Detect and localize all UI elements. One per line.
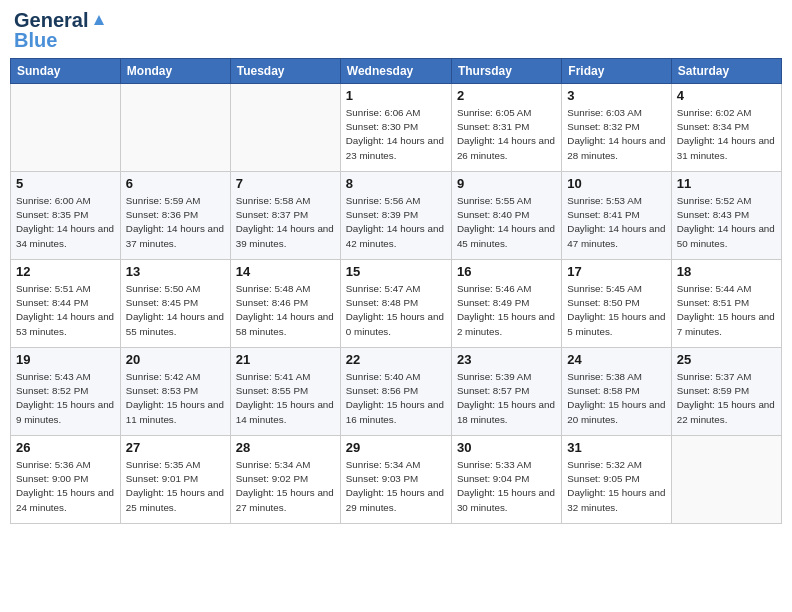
- day-number: 3: [567, 88, 665, 103]
- weekday-header-friday: Friday: [562, 59, 671, 84]
- svg-marker-0: [94, 15, 104, 25]
- weekday-header-thursday: Thursday: [451, 59, 561, 84]
- day-number: 27: [126, 440, 225, 455]
- day-info: Sunrise: 5:35 AMSunset: 9:01 PMDaylight:…: [126, 458, 225, 515]
- calendar-day-cell: 17Sunrise: 5:45 AMSunset: 8:50 PMDayligh…: [562, 260, 671, 348]
- calendar-week-row: 1Sunrise: 6:06 AMSunset: 8:30 PMDaylight…: [11, 84, 782, 172]
- logo-text-general: General: [14, 10, 88, 30]
- page-header: General Blue: [10, 10, 782, 50]
- weekday-header-monday: Monday: [120, 59, 230, 84]
- calendar-day-cell: 23Sunrise: 5:39 AMSunset: 8:57 PMDayligh…: [451, 348, 561, 436]
- day-info: Sunrise: 5:40 AMSunset: 8:56 PMDaylight:…: [346, 370, 446, 427]
- logo-icon: [90, 11, 108, 29]
- day-number: 15: [346, 264, 446, 279]
- calendar-day-cell: [671, 436, 781, 524]
- day-number: 28: [236, 440, 335, 455]
- calendar-day-cell: 3Sunrise: 6:03 AMSunset: 8:32 PMDaylight…: [562, 84, 671, 172]
- day-number: 5: [16, 176, 115, 191]
- calendar-day-cell: 9Sunrise: 5:55 AMSunset: 8:40 PMDaylight…: [451, 172, 561, 260]
- day-info: Sunrise: 6:02 AMSunset: 8:34 PMDaylight:…: [677, 106, 776, 163]
- logo-text-blue: Blue: [14, 30, 57, 50]
- day-info: Sunrise: 5:33 AMSunset: 9:04 PMDaylight:…: [457, 458, 556, 515]
- day-info: Sunrise: 5:59 AMSunset: 8:36 PMDaylight:…: [126, 194, 225, 251]
- calendar-day-cell: 21Sunrise: 5:41 AMSunset: 8:55 PMDayligh…: [230, 348, 340, 436]
- day-number: 11: [677, 176, 776, 191]
- day-number: 24: [567, 352, 665, 367]
- day-info: Sunrise: 5:52 AMSunset: 8:43 PMDaylight:…: [677, 194, 776, 251]
- calendar-day-cell: 4Sunrise: 6:02 AMSunset: 8:34 PMDaylight…: [671, 84, 781, 172]
- day-info: Sunrise: 5:42 AMSunset: 8:53 PMDaylight:…: [126, 370, 225, 427]
- calendar-week-row: 19Sunrise: 5:43 AMSunset: 8:52 PMDayligh…: [11, 348, 782, 436]
- day-number: 23: [457, 352, 556, 367]
- calendar-day-cell: 5Sunrise: 6:00 AMSunset: 8:35 PMDaylight…: [11, 172, 121, 260]
- day-number: 9: [457, 176, 556, 191]
- day-number: 29: [346, 440, 446, 455]
- day-number: 16: [457, 264, 556, 279]
- day-number: 8: [346, 176, 446, 191]
- calendar-week-row: 5Sunrise: 6:00 AMSunset: 8:35 PMDaylight…: [11, 172, 782, 260]
- calendar-day-cell: 28Sunrise: 5:34 AMSunset: 9:02 PMDayligh…: [230, 436, 340, 524]
- day-number: 17: [567, 264, 665, 279]
- day-number: 1: [346, 88, 446, 103]
- day-info: Sunrise: 5:38 AMSunset: 8:58 PMDaylight:…: [567, 370, 665, 427]
- weekday-header-tuesday: Tuesday: [230, 59, 340, 84]
- calendar-day-cell: 20Sunrise: 5:42 AMSunset: 8:53 PMDayligh…: [120, 348, 230, 436]
- calendar-day-cell: 19Sunrise: 5:43 AMSunset: 8:52 PMDayligh…: [11, 348, 121, 436]
- day-info: Sunrise: 5:34 AMSunset: 9:03 PMDaylight:…: [346, 458, 446, 515]
- day-info: Sunrise: 5:58 AMSunset: 8:37 PMDaylight:…: [236, 194, 335, 251]
- calendar-day-cell: 24Sunrise: 5:38 AMSunset: 8:58 PMDayligh…: [562, 348, 671, 436]
- weekday-header-sunday: Sunday: [11, 59, 121, 84]
- calendar-day-cell: 13Sunrise: 5:50 AMSunset: 8:45 PMDayligh…: [120, 260, 230, 348]
- day-number: 20: [126, 352, 225, 367]
- day-info: Sunrise: 5:51 AMSunset: 8:44 PMDaylight:…: [16, 282, 115, 339]
- calendar-day-cell: 2Sunrise: 6:05 AMSunset: 8:31 PMDaylight…: [451, 84, 561, 172]
- day-number: 22: [346, 352, 446, 367]
- day-info: Sunrise: 5:32 AMSunset: 9:05 PMDaylight:…: [567, 458, 665, 515]
- calendar-day-cell: 27Sunrise: 5:35 AMSunset: 9:01 PMDayligh…: [120, 436, 230, 524]
- calendar-day-cell: 30Sunrise: 5:33 AMSunset: 9:04 PMDayligh…: [451, 436, 561, 524]
- day-info: Sunrise: 6:06 AMSunset: 8:30 PMDaylight:…: [346, 106, 446, 163]
- day-info: Sunrise: 5:36 AMSunset: 9:00 PMDaylight:…: [16, 458, 115, 515]
- calendar-day-cell: 8Sunrise: 5:56 AMSunset: 8:39 PMDaylight…: [340, 172, 451, 260]
- calendar-day-cell: 12Sunrise: 5:51 AMSunset: 8:44 PMDayligh…: [11, 260, 121, 348]
- calendar-week-row: 12Sunrise: 5:51 AMSunset: 8:44 PMDayligh…: [11, 260, 782, 348]
- day-info: Sunrise: 5:55 AMSunset: 8:40 PMDaylight:…: [457, 194, 556, 251]
- calendar-day-cell: 6Sunrise: 5:59 AMSunset: 8:36 PMDaylight…: [120, 172, 230, 260]
- day-info: Sunrise: 5:56 AMSunset: 8:39 PMDaylight:…: [346, 194, 446, 251]
- day-info: Sunrise: 5:45 AMSunset: 8:50 PMDaylight:…: [567, 282, 665, 339]
- day-number: 21: [236, 352, 335, 367]
- day-number: 7: [236, 176, 335, 191]
- calendar-day-cell: [11, 84, 121, 172]
- day-info: Sunrise: 6:00 AMSunset: 8:35 PMDaylight:…: [16, 194, 115, 251]
- calendar-week-row: 26Sunrise: 5:36 AMSunset: 9:00 PMDayligh…: [11, 436, 782, 524]
- day-info: Sunrise: 5:41 AMSunset: 8:55 PMDaylight:…: [236, 370, 335, 427]
- day-info: Sunrise: 5:46 AMSunset: 8:49 PMDaylight:…: [457, 282, 556, 339]
- calendar-day-cell: 18Sunrise: 5:44 AMSunset: 8:51 PMDayligh…: [671, 260, 781, 348]
- calendar-day-cell: 26Sunrise: 5:36 AMSunset: 9:00 PMDayligh…: [11, 436, 121, 524]
- calendar-day-cell: 1Sunrise: 6:06 AMSunset: 8:30 PMDaylight…: [340, 84, 451, 172]
- day-info: Sunrise: 5:44 AMSunset: 8:51 PMDaylight:…: [677, 282, 776, 339]
- day-number: 13: [126, 264, 225, 279]
- day-info: Sunrise: 6:03 AMSunset: 8:32 PMDaylight:…: [567, 106, 665, 163]
- calendar-day-cell: 22Sunrise: 5:40 AMSunset: 8:56 PMDayligh…: [340, 348, 451, 436]
- calendar-day-cell: 14Sunrise: 5:48 AMSunset: 8:46 PMDayligh…: [230, 260, 340, 348]
- day-info: Sunrise: 5:34 AMSunset: 9:02 PMDaylight:…: [236, 458, 335, 515]
- calendar-day-cell: 29Sunrise: 5:34 AMSunset: 9:03 PMDayligh…: [340, 436, 451, 524]
- day-number: 30: [457, 440, 556, 455]
- day-info: Sunrise: 5:39 AMSunset: 8:57 PMDaylight:…: [457, 370, 556, 427]
- weekday-header-wednesday: Wednesday: [340, 59, 451, 84]
- logo: General Blue: [14, 10, 108, 50]
- day-info: Sunrise: 5:50 AMSunset: 8:45 PMDaylight:…: [126, 282, 225, 339]
- weekday-header-row: SundayMondayTuesdayWednesdayThursdayFrid…: [11, 59, 782, 84]
- day-info: Sunrise: 5:47 AMSunset: 8:48 PMDaylight:…: [346, 282, 446, 339]
- weekday-header-saturday: Saturday: [671, 59, 781, 84]
- day-number: 2: [457, 88, 556, 103]
- day-number: 19: [16, 352, 115, 367]
- calendar-day-cell: [230, 84, 340, 172]
- day-number: 14: [236, 264, 335, 279]
- day-info: Sunrise: 6:05 AMSunset: 8:31 PMDaylight:…: [457, 106, 556, 163]
- calendar-day-cell: 16Sunrise: 5:46 AMSunset: 8:49 PMDayligh…: [451, 260, 561, 348]
- day-number: 25: [677, 352, 776, 367]
- day-info: Sunrise: 5:48 AMSunset: 8:46 PMDaylight:…: [236, 282, 335, 339]
- day-number: 26: [16, 440, 115, 455]
